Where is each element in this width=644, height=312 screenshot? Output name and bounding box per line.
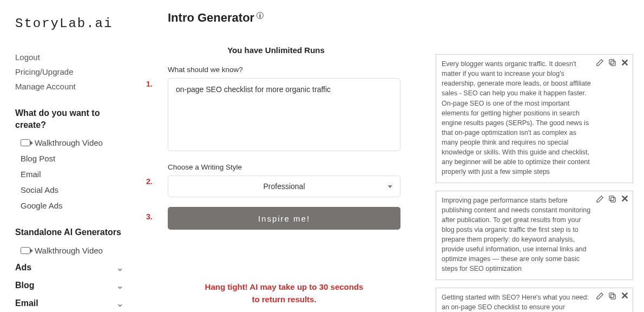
- sidebar-category-ads[interactable]: Ads ⌄: [15, 263, 123, 273]
- result-card: ✕ Improving page performance starts befo…: [436, 191, 633, 280]
- brand-logo: StoryLab.ai: [15, 16, 123, 31]
- copy-icon[interactable]: [608, 58, 617, 67]
- sidebar-category-blog[interactable]: Blog ⌄: [15, 281, 123, 291]
- result-text: Every blogger wants organic traffic. It …: [442, 59, 627, 177]
- topic-input[interactable]: [168, 78, 400, 151]
- copy-icon[interactable]: [608, 291, 617, 301]
- style-label: Choose a Writing Style: [168, 163, 400, 171]
- sidebar-item-label: Social Ads: [21, 185, 58, 194]
- svg-rect-5: [609, 292, 614, 297]
- svg-rect-0: [611, 61, 616, 66]
- svg-rect-4: [611, 294, 616, 299]
- sidebar-category-label: Ads: [15, 263, 31, 272]
- sidebar-link-account[interactable]: Manage Account: [15, 82, 123, 91]
- step-number-1: 1.: [146, 66, 168, 88]
- chevron-down-icon: ⌄: [116, 281, 123, 291]
- sidebar: StoryLab.ai Logout Pricing/Upgrade Manag…: [0, 0, 135, 312]
- step-number-3: 3.: [146, 207, 168, 221]
- video-icon: [21, 247, 30, 254]
- chevron-down-icon: ⌄: [116, 298, 123, 309]
- result-text: Improving page performance starts before…: [442, 196, 627, 274]
- sidebar-item-google-ads[interactable]: Google Ads: [15, 201, 123, 210]
- sidebar-item-label: Walkthrough Video: [35, 138, 103, 147]
- runs-remaining: You have Unlimited Runs: [168, 46, 384, 55]
- sidebar-category-label: Blog: [15, 281, 35, 290]
- writing-style-select[interactable]: Professional: [168, 176, 400, 197]
- main-content: Intro Generator i You have Unlimited Run…: [135, 0, 644, 312]
- page-title: Intro Generator i: [168, 11, 633, 25]
- sidebar-item-label: Google Ads: [21, 201, 63, 210]
- sidebar-link-logout[interactable]: Logout: [15, 53, 123, 62]
- sidebar-category-label: Email: [15, 298, 38, 308]
- sidebar-item-walkthrough-1[interactable]: Walkthrough Video: [15, 138, 123, 147]
- sidebar-item-label: Email: [21, 170, 41, 179]
- page-title-text: Intro Generator: [168, 11, 254, 25]
- sidebar-link-pricing[interactable]: Pricing/Upgrade: [15, 67, 123, 76]
- video-icon: [21, 139, 30, 146]
- edit-icon[interactable]: [595, 194, 604, 204]
- result-card: ✕ Every blogger wants organic traffic. I…: [436, 54, 633, 183]
- edit-icon[interactable]: [595, 58, 604, 67]
- sidebar-item-walkthrough-2[interactable]: Walkthrough Video: [15, 246, 123, 255]
- form-area: You have Unlimited Runs 1. What should w…: [168, 46, 400, 306]
- sidebar-item-label: Walkthrough Video: [35, 246, 103, 255]
- sidebar-header-standalone: Standalone AI Generators: [15, 226, 123, 238]
- loading-message: Hang tight! AI may take up to 30 seconds…: [168, 281, 400, 306]
- svg-rect-1: [609, 60, 614, 64]
- copy-icon[interactable]: [608, 194, 617, 204]
- loading-line2: to return results.: [168, 294, 400, 306]
- sidebar-header-create: What do you want to create?: [15, 107, 123, 131]
- close-icon[interactable]: ✕: [620, 194, 629, 204]
- inspire-button[interactable]: Inspire me!: [168, 207, 400, 230]
- loading-line1: Hang tight! AI may take up to 30 seconds: [168, 281, 400, 294]
- close-icon[interactable]: ✕: [620, 58, 629, 67]
- close-icon[interactable]: ✕: [620, 291, 629, 301]
- step-number-2: 2.: [146, 163, 168, 186]
- sidebar-item-blog-post[interactable]: Blog Post: [15, 154, 123, 163]
- results-column: ✕ Every blogger wants organic traffic. I…: [436, 54, 633, 312]
- chevron-down-icon: ⌄: [116, 263, 123, 273]
- sidebar-item-social-ads[interactable]: Social Ads: [15, 185, 123, 194]
- svg-rect-3: [609, 196, 614, 200]
- svg-rect-2: [611, 197, 616, 202]
- sidebar-category-email[interactable]: Email ⌄: [15, 298, 123, 309]
- info-icon[interactable]: i: [257, 12, 264, 19]
- result-card: ✕ Getting started with SEO? Here's what …: [436, 288, 633, 313]
- sidebar-item-label: Blog Post: [21, 154, 55, 163]
- edit-icon[interactable]: [595, 291, 604, 301]
- input-label: What should we know?: [168, 66, 400, 74]
- sidebar-item-email[interactable]: Email: [15, 170, 123, 179]
